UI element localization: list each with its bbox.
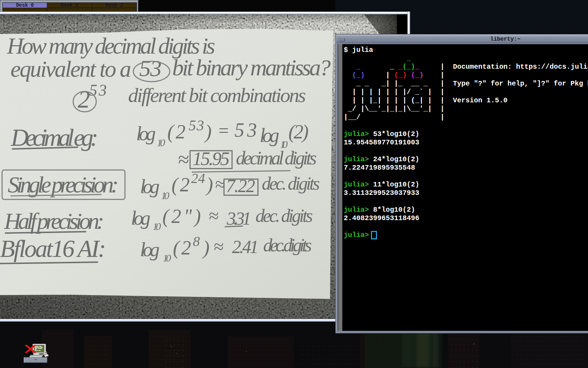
svg-text:10: 10 [163,252,171,264]
svg-text:≈: ≈ [178,148,189,171]
svg-text:2.41: 2.41 [232,237,259,257]
svg-text:Decimal eg:: Decimal eg: [10,124,98,151]
svg-text:log: log [140,239,160,260]
svg-text:≈: ≈ [215,174,225,194]
svg-text:7.22: 7.22 [226,176,255,196]
svg-text:53: 53 [139,55,162,81]
svg-text:Half precision:: Half precision: [4,208,104,234]
svg-text:8: 8 [193,233,200,249]
svg-text:): ) [202,237,210,259]
svg-text:=: = [217,121,230,141]
svg-text:24: 24 [191,170,205,186]
svg-text:equivalent to a: equivalent to a [10,56,131,82]
svg-text:(2: (2 [173,237,191,259]
svg-text:bit binary mantissa?: bit binary mantissa? [172,55,331,80]
svg-text:(2): (2) [288,121,309,143]
svg-text:≈: ≈ [209,206,219,226]
svg-text:≈: ≈ [214,237,224,257]
svg-text:log: log [136,123,156,144]
svg-text:dec.digits: dec.digits [263,235,312,255]
svg-text:Bfloat16 AI:: Bfloat16 AI: [0,235,106,262]
svg-text:log: log [260,124,279,146]
svg-text:different bit combinations: different bit combinations [128,84,306,107]
svg-text:(2: (2 [167,121,186,143]
svg-text:): ) [204,121,212,143]
svg-text:10: 10 [161,190,169,201]
svg-text:): ) [205,174,213,196]
svg-text:log: log [131,207,150,229]
svg-text:log: log [140,176,160,197]
svg-text:15.95: 15.95 [192,148,230,169]
svg-text:2: 2 [78,86,90,113]
svg-text:decimal digits: decimal digits [236,148,317,169]
svg-text:3.31: 3.31 [226,209,251,229]
svg-text:dec. digits: dec. digits [255,206,313,226]
svg-text:Single precision:: Single precision: [8,172,119,197]
svg-text:(2: (2 [172,174,190,196]
svg-text:10: 10 [157,137,165,148]
svg-text:dec. digits: dec. digits [262,173,320,193]
svg-text:10: 10 [153,220,161,232]
